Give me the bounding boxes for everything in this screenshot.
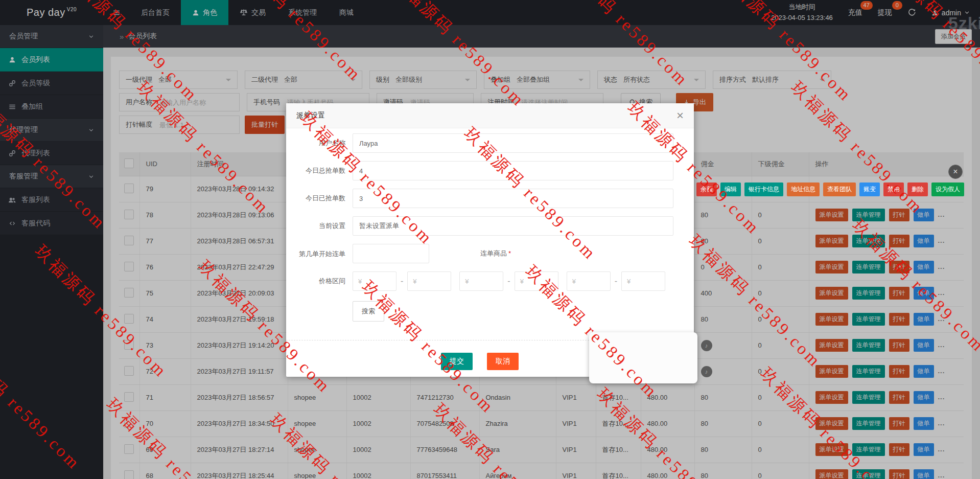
popover-action-地址信息[interactable]: 地址信息 [787, 183, 820, 196]
price-range-label: 价格区间 [286, 271, 353, 291]
price-input-0[interactable] [353, 271, 396, 291]
modal-close-icon[interactable]: × [676, 109, 684, 122]
popover-close-button[interactable]: × [948, 165, 963, 179]
price-input-4[interactable] [567, 271, 611, 291]
row-actions-popover: 余额编辑银行卡信息地址信息查看团队账变禁用删除设为假人 [696, 183, 964, 196]
serial-label: 第几单开始连单 [286, 244, 353, 263]
popover-action-删除[interactable]: 删除 [907, 183, 928, 196]
popover-action-银行卡信息[interactable]: 银行卡信息 [744, 183, 783, 196]
price-dash: - [615, 277, 617, 286]
price-range-row: 价格区间 --- [286, 271, 673, 291]
price-input-2[interactable] [459, 271, 503, 291]
modal-field-input-2[interactable] [353, 189, 673, 208]
modal-field-input-1[interactable] [353, 161, 673, 180]
popover-action-账变[interactable]: 账变 [859, 183, 880, 196]
submit-button[interactable]: 提交 [441, 353, 473, 370]
modal-search-button[interactable]: 搜索 [353, 301, 384, 322]
popover-action-余额[interactable]: 余额 [696, 183, 717, 196]
modal-field-input-0[interactable] [353, 133, 673, 153]
price-input-3[interactable] [515, 271, 558, 291]
modal-field-label: 当前设置 [286, 216, 353, 236]
popover-action-编辑[interactable]: 编辑 [720, 183, 741, 196]
serial-input[interactable] [353, 244, 429, 263]
modal-field-label: 今日总抢单数 [286, 161, 353, 180]
modal-field-label: 用户名称 [286, 133, 353, 153]
serial-row: 第几单开始连单 连单商品* [286, 244, 673, 263]
product-label: 连单商品* [480, 244, 511, 263]
modal-field-row: 用户名称 [286, 133, 673, 153]
required-asterisk: * [508, 249, 511, 257]
close-icon: × [953, 167, 958, 176]
modal-field-label: 今日已抢单数 [286, 189, 353, 208]
price-dash: - [507, 277, 510, 286]
modal-title: 派单设置 [296, 111, 325, 120]
modal-field-input-3[interactable] [353, 216, 673, 236]
popover-action-禁用[interactable]: 禁用 [883, 183, 904, 196]
price-input-1[interactable] [407, 271, 451, 291]
modal-field-row: 今日已抢单数 [286, 189, 673, 208]
floating-panel [589, 332, 697, 383]
popover-action-查看团队[interactable]: 查看团队 [823, 183, 856, 196]
cancel-button[interactable]: 取消 [487, 353, 519, 370]
price-dash: - [401, 277, 403, 286]
price-input-5[interactable] [621, 271, 665, 291]
modal-field-row: 当前设置 [286, 216, 673, 236]
modal-header: 派单设置 × [286, 103, 694, 128]
modal-field-row: 今日总抢单数 [286, 161, 673, 180]
popover-action-设为假人[interactable]: 设为假人 [931, 183, 964, 196]
